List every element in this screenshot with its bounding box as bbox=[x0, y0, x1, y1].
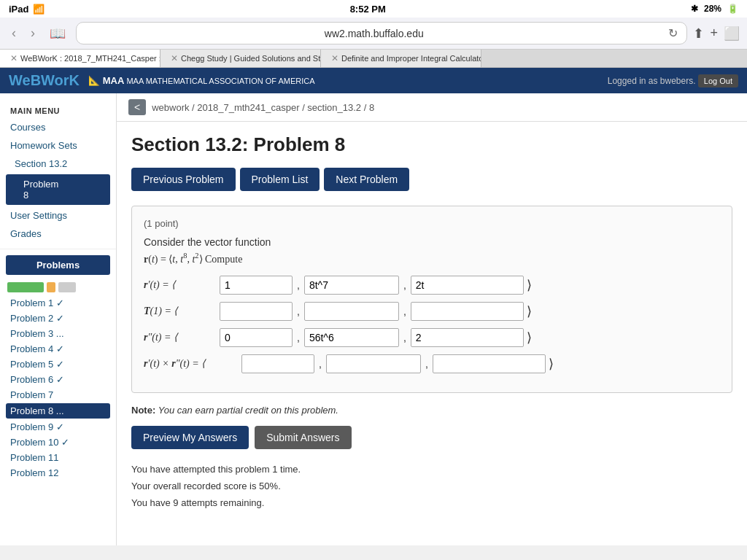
comma-3: , bbox=[297, 306, 300, 317]
main-menu-label: MAIN MENU bbox=[0, 102, 116, 118]
tab-webwork[interactable]: ✕ WeBWorK : 2018_7_MTH241_Casper : Secti… bbox=[0, 50, 160, 67]
status-right: ✱ 28% 🔋 bbox=[691, 4, 738, 14]
sidebar-item-courses[interactable]: Courses bbox=[0, 118, 116, 136]
webwork-header: WeBWorK 📐 MAA MAA MATHEMATICAL ASSOCIATI… bbox=[0, 68, 747, 93]
maa-logo: 📐 MAA MAA MATHEMATICAL ASSOCIATION OF AM… bbox=[88, 75, 315, 86]
breadcrumb-back-button[interactable]: < bbox=[128, 99, 146, 115]
problems-header: Problems bbox=[6, 255, 110, 275]
share-button[interactable]: ⬆ bbox=[693, 26, 704, 42]
attempt-line-3: You have 9 attempts remaining. bbox=[131, 494, 732, 511]
maa-text: 📐 MAA MAA MATHEMATICAL ASSOCIATION OF AM… bbox=[88, 75, 315, 86]
status-left: iPad 📶 bbox=[9, 4, 44, 15]
sidebar-item-problem1[interactable]: Problem 1 ✓ bbox=[0, 295, 116, 311]
problem-number: 8 bbox=[23, 190, 28, 201]
problem-label: Problem bbox=[23, 179, 58, 190]
sidebar-item-section132[interactable]: Section 13.2 bbox=[0, 155, 116, 173]
r-prime-input-1[interactable] bbox=[220, 276, 293, 295]
bluetooth-icon: ✱ bbox=[691, 4, 698, 14]
attempt-line-2: Your overall recorded score is 50%. bbox=[131, 478, 732, 494]
cross-product-close: ⟩ bbox=[549, 356, 554, 372]
comma-4: , bbox=[403, 306, 406, 317]
bookmarks-button[interactable]: 📖 bbox=[45, 24, 70, 43]
sidebar: MAIN MENU Courses Homework Sets Section … bbox=[0, 93, 117, 545]
problem-list-button[interactable]: Problem List bbox=[240, 168, 320, 191]
sidebar-item-homework-sets[interactable]: Homework Sets bbox=[0, 136, 116, 155]
content-area: < webwork / 2018_7_mth241_casper / secti… bbox=[117, 93, 747, 545]
logged-in-text: Logged in as bwebers. bbox=[608, 76, 696, 86]
problem-title: Section 13.2: Problem 8 bbox=[131, 133, 732, 156]
sidebar-item-problem8[interactable]: Problem 8 bbox=[6, 174, 110, 205]
sidebar-item-problem5[interactable]: Problem 5 ✓ bbox=[0, 357, 116, 372]
tab-label: WeBWorK : 2018_7_MTH241_Casper : Section… bbox=[20, 54, 160, 63]
forward-button[interactable]: › bbox=[26, 24, 39, 42]
submit-answers-button[interactable]: Submit Answers bbox=[255, 426, 351, 449]
t1-input-3[interactable] bbox=[411, 302, 524, 321]
note-body: You can earn partial credit on this prob… bbox=[158, 405, 338, 416]
problem-points: (1 point) bbox=[144, 218, 720, 229]
sidebar-item-problem2[interactable]: Problem 2 ✓ bbox=[0, 311, 116, 326]
progress-yellow bbox=[47, 282, 55, 292]
problem-content: Section 13.2: Problem 8 Previous Problem… bbox=[117, 122, 747, 524]
t1-close: ⟩ bbox=[527, 303, 532, 319]
sidebar-divider bbox=[0, 249, 116, 249]
sidebar-item-problem11[interactable]: Problem 11 bbox=[0, 450, 116, 465]
problem-description: Consider the vector function r(t) = ⟨t, … bbox=[144, 235, 720, 267]
comma-1: , bbox=[297, 279, 300, 291]
battery-label: 28% bbox=[704, 4, 721, 14]
cross-product-input-3[interactable] bbox=[433, 354, 546, 373]
new-tab-button[interactable]: + bbox=[710, 26, 718, 41]
tab-emathhelp[interactable]: ✕ Definite and Improper Integral Calcula… bbox=[321, 50, 481, 67]
sidebar-item-problem8-link[interactable]: Problem 8 ... bbox=[6, 403, 110, 419]
r-prime-input-2[interactable] bbox=[304, 276, 399, 295]
close-icon[interactable]: ✕ bbox=[331, 53, 338, 63]
sidebar-item-problem9[interactable]: Problem 9 ✓ bbox=[0, 419, 116, 435]
comma-7: , bbox=[319, 358, 322, 370]
t1-input-2[interactable] bbox=[304, 302, 399, 321]
t1-input-1[interactable] bbox=[220, 302, 293, 321]
tab-chegg[interactable]: ✕ Chegg Study | Guided Solutions and Stu… bbox=[160, 50, 321, 67]
r-prime-input-3[interactable] bbox=[411, 276, 524, 295]
r-double-prime-input-1[interactable] bbox=[220, 328, 293, 347]
preview-answers-button[interactable]: Preview My Answers bbox=[131, 426, 249, 449]
t1-label: T(1) = ⟨ bbox=[144, 305, 217, 317]
vector-function-label: r(t) = ⟨t, t8, t2⟩ Compute bbox=[144, 254, 242, 265]
next-problem-button[interactable]: Next Problem bbox=[324, 168, 409, 191]
address-bar[interactable]: ww2.math.buffalo.edu ↻ bbox=[76, 22, 687, 44]
t1-row: T(1) = ⟨ , , ⟩ bbox=[144, 302, 720, 321]
sidebar-item-grades[interactable]: Grades bbox=[0, 225, 116, 243]
tab-label: Definite and Improper Integral Calculato… bbox=[341, 54, 481, 63]
sidebar-item-problem10[interactable]: Problem 10 ✓ bbox=[0, 435, 116, 450]
r-double-prime-input-2[interactable] bbox=[304, 328, 399, 347]
logo-we: We bbox=[9, 72, 31, 88]
sidebar-item-problem6[interactable]: Problem 6 ✓ bbox=[0, 372, 116, 387]
r-prime-label: r′(t) = ⟨ bbox=[144, 279, 217, 291]
r-prime-close: ⟩ bbox=[527, 277, 532, 293]
r-double-prime-input-3[interactable] bbox=[411, 328, 524, 347]
reload-button[interactable]: ↻ bbox=[668, 26, 678, 40]
sidebar-item-problem4[interactable]: Problem 4 ✓ bbox=[0, 341, 116, 357]
browser-actions: ⬆ + ⬜ bbox=[693, 26, 740, 42]
problem-box: (1 point) Consider the vector function r… bbox=[131, 206, 732, 393]
close-icon[interactable]: ✕ bbox=[10, 53, 18, 63]
browser-tabs: ✕ WeBWorK : 2018_7_MTH241_Casper : Secti… bbox=[0, 50, 747, 68]
battery-icon: 🔋 bbox=[727, 4, 738, 14]
cross-product-input-2[interactable] bbox=[326, 354, 421, 373]
cross-product-label: r′(t) × r″(t) = ⟨ bbox=[144, 357, 239, 370]
progress-green bbox=[7, 282, 44, 292]
comma-2: , bbox=[403, 279, 406, 291]
close-icon[interactable]: ✕ bbox=[171, 53, 178, 63]
tab-label: Chegg Study | Guided Solutions and Study… bbox=[181, 54, 321, 63]
logo-work: Wor bbox=[41, 72, 69, 88]
previous-problem-button[interactable]: Previous Problem bbox=[131, 168, 236, 191]
tabs-button[interactable]: ⬜ bbox=[724, 26, 740, 42]
sidebar-item-problem12[interactable]: Problem 12 bbox=[0, 465, 116, 481]
sidebar-item-problem7[interactable]: Problem 7 bbox=[0, 387, 116, 402]
action-buttons: Preview My Answers Submit Answers bbox=[131, 426, 732, 449]
sidebar-item-user-settings[interactable]: User Settings bbox=[0, 206, 116, 225]
status-bar: iPad 📶 8:52 PM ✱ 28% 🔋 bbox=[0, 0, 747, 18]
logout-button[interactable]: Log Out bbox=[698, 74, 738, 88]
problem-nav-buttons: Previous Problem Problem List Next Probl… bbox=[131, 168, 732, 191]
back-button[interactable]: ‹ bbox=[7, 24, 20, 42]
sidebar-item-problem3[interactable]: Problem 3 ... bbox=[0, 326, 116, 341]
cross-product-input-1[interactable] bbox=[241, 354, 314, 373]
